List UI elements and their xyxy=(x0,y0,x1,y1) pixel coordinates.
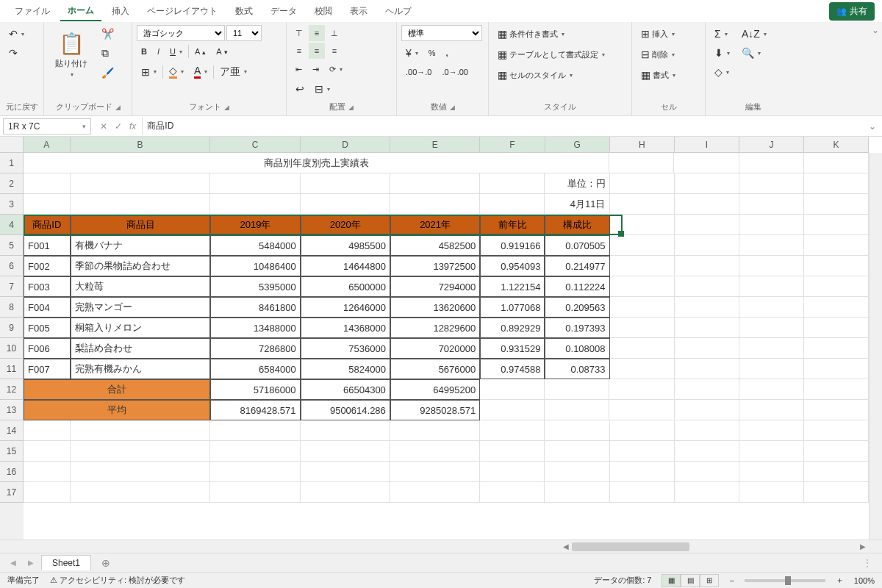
menu-review[interactable]: 校閲 xyxy=(307,2,340,21)
cell[interactable]: 5824000 xyxy=(301,359,390,379)
row-header-11[interactable]: 11 xyxy=(0,359,24,379)
increase-indent-button[interactable]: ⇥ xyxy=(308,62,323,77)
zoom-in-button[interactable]: ＋ xyxy=(836,575,844,586)
menu-home[interactable]: ホーム xyxy=(60,1,101,21)
cell[interactable] xyxy=(301,194,390,215)
format-cells-button[interactable]: ▦書式 xyxy=(637,66,680,84)
cell[interactable] xyxy=(675,462,739,482)
cell[interactable] xyxy=(804,338,869,359)
cell[interactable] xyxy=(71,482,211,503)
cell[interactable]: 0.954093 xyxy=(480,256,545,276)
cell[interactable]: 梨詰め合わせ xyxy=(71,338,211,359)
cell[interactable]: 13620600 xyxy=(390,297,480,318)
cell[interactable]: 0.209563 xyxy=(545,297,609,318)
cell[interactable] xyxy=(609,400,674,420)
col-header-D[interactable]: D xyxy=(301,137,390,153)
row-header-10[interactable]: 10 xyxy=(0,338,24,359)
menu-formulas[interactable]: 数式 xyxy=(228,2,260,21)
view-normal-button[interactable]: ▦ xyxy=(662,574,681,587)
col-header-J[interactable]: J xyxy=(739,137,804,153)
cell[interactable] xyxy=(739,235,804,256)
row-header-6[interactable]: 6 xyxy=(0,256,24,276)
row-header-3[interactable]: 3 xyxy=(0,194,24,215)
cell[interactable] xyxy=(24,462,71,482)
cell[interactable]: 9285028.571 xyxy=(390,400,480,420)
sheet-tab-sheet1[interactable]: Sheet1 xyxy=(41,555,91,570)
font-name-select[interactable]: 游ゴシック xyxy=(137,25,225,41)
zoom-slider[interactable] xyxy=(745,579,825,582)
italic-button[interactable]: I xyxy=(153,44,164,59)
cell[interactable] xyxy=(480,400,545,420)
cell[interactable] xyxy=(545,379,609,400)
cell[interactable] xyxy=(675,359,739,379)
decrease-indent-button[interactable]: ⇤ xyxy=(291,62,306,77)
decrease-decimal-button[interactable]: .0→.00 xyxy=(437,65,472,79)
redo-button[interactable]: ↷ xyxy=(4,44,22,62)
cell[interactable] xyxy=(210,441,300,462)
cell[interactable] xyxy=(804,173,869,194)
row-header-12[interactable]: 12 xyxy=(0,379,24,400)
cell[interactable] xyxy=(739,379,804,400)
row-header-15[interactable]: 15 xyxy=(0,441,24,462)
align-center-button[interactable]: ≡ xyxy=(309,43,325,59)
cell[interactable]: F001 xyxy=(24,235,71,256)
cell[interactable] xyxy=(545,462,609,482)
menu-insert[interactable]: 挿入 xyxy=(104,2,137,21)
cell[interactable] xyxy=(739,215,804,235)
paste-button[interactable]: 📋 貼り付け xyxy=(49,25,94,84)
row-header-14[interactable]: 14 xyxy=(0,420,24,441)
cell[interactable] xyxy=(71,462,211,482)
autosum-button[interactable]: Σ xyxy=(710,25,734,43)
cell[interactable] xyxy=(610,482,675,503)
enter-formula-button[interactable]: ✓ xyxy=(112,120,125,133)
find-select-button[interactable]: 🔍 xyxy=(737,44,771,62)
cell[interactable] xyxy=(390,482,480,503)
cell[interactable] xyxy=(390,194,480,215)
cell[interactable]: 完熟有機みかん xyxy=(71,359,211,379)
col-header-K[interactable]: K xyxy=(804,137,869,153)
cell[interactable] xyxy=(610,359,675,379)
col-header-E[interactable]: E xyxy=(390,137,480,153)
row-header-5[interactable]: 5 xyxy=(0,235,24,256)
percent-button[interactable]: % xyxy=(424,46,440,60)
cell[interactable] xyxy=(675,420,739,441)
cell[interactable] xyxy=(804,153,869,173)
cell[interactable] xyxy=(804,462,869,482)
clear-button[interactable]: ◇ xyxy=(710,63,734,81)
align-dialog-launcher[interactable]: ◢ xyxy=(348,104,354,111)
cell[interactable] xyxy=(804,276,869,297)
cell[interactable]: 2021年 xyxy=(390,215,480,235)
cell[interactable]: F004 xyxy=(24,297,71,318)
cell[interactable] xyxy=(24,441,71,462)
cell[interactable] xyxy=(610,441,675,462)
cell[interactable] xyxy=(390,462,480,482)
align-bottom-button[interactable]: ⊥ xyxy=(326,25,343,41)
number-dialog-launcher[interactable]: ◢ xyxy=(450,104,455,111)
cell[interactable] xyxy=(675,400,739,420)
cell[interactable] xyxy=(675,256,739,276)
cell[interactable] xyxy=(674,153,739,173)
cell[interactable] xyxy=(610,173,675,194)
cell[interactable] xyxy=(804,215,869,235)
cell[interactable] xyxy=(739,338,804,359)
cell[interactable] xyxy=(804,420,869,441)
cell[interactable]: 有機バナナ xyxy=(71,235,211,256)
cell[interactable]: 0.08733 xyxy=(545,359,609,379)
cell[interactable] xyxy=(480,379,545,400)
cell[interactable]: 1.122154 xyxy=(480,276,545,297)
zoom-out-button[interactable]: − xyxy=(729,576,734,585)
cell[interactable] xyxy=(480,482,545,503)
conditional-format-button[interactable]: ▦条件付き書式 xyxy=(493,25,569,43)
phonetic-button[interactable]: ア亜 xyxy=(215,62,251,82)
col-header-B[interactable]: B xyxy=(71,137,211,153)
cell[interactable] xyxy=(545,400,609,420)
col-header-C[interactable]: C xyxy=(210,137,300,153)
cell[interactable]: 7286800 xyxy=(210,338,300,359)
cell[interactable]: 桐箱入りメロン xyxy=(71,318,211,338)
tab-nav-prev[interactable]: ◀ xyxy=(6,559,21,567)
cell[interactable] xyxy=(24,420,71,441)
row-header-9[interactable]: 9 xyxy=(0,318,24,338)
cell[interactable]: 14644800 xyxy=(301,256,390,276)
cell[interactable]: 12829600 xyxy=(390,318,480,338)
cancel-formula-button[interactable]: ✕ xyxy=(97,120,110,133)
